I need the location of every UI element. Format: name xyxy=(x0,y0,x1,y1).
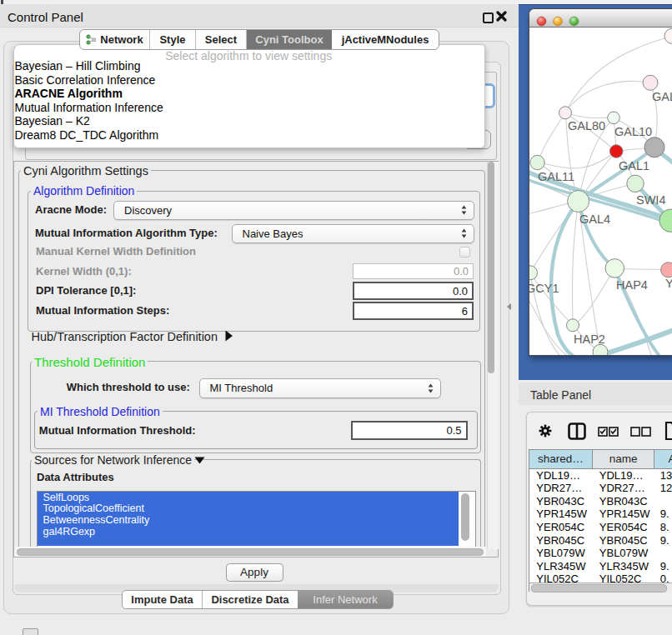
svg-text:SWI4: SWI4 xyxy=(636,193,665,207)
svg-text:Y: Y xyxy=(665,277,672,290)
svg-text:GAL11: GAL11 xyxy=(538,170,574,183)
svg-text:GAL10: GAL10 xyxy=(614,125,652,138)
svg-text:GCY1: GCY1 xyxy=(529,282,559,295)
svg-text:GAL7: GAL7 xyxy=(652,90,672,103)
svg-text:GAL80: GAL80 xyxy=(568,119,605,132)
svg-text:HAP4: HAP4 xyxy=(616,278,648,292)
svg-text:GAL4: GAL4 xyxy=(579,212,610,226)
svg-text:GAL1: GAL1 xyxy=(619,159,649,172)
svg-text:HAP2: HAP2 xyxy=(574,332,605,346)
